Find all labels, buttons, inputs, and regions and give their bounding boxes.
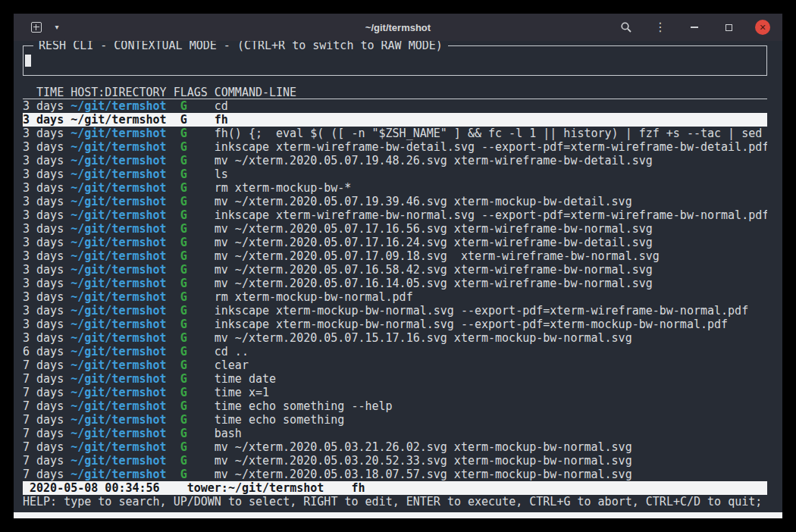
row-flags: G	[180, 181, 187, 195]
restore-icon	[725, 24, 732, 31]
row-command: mv ~/xterm.2020.05.07.17.16.56.svg xterm…	[215, 222, 767, 236]
search-button[interactable]	[619, 20, 634, 35]
status-datetime: 2020-05-08 00:34:56	[30, 481, 160, 495]
status-host-directory: tower:~/git/termshot	[187, 481, 324, 495]
row-host-directory: ~/git/termshot	[71, 222, 166, 236]
history-row[interactable]: 3 days ~/git/termshot G mv ~/xterm.2020.…	[23, 331, 767, 345]
header-flags: FLAGS	[174, 86, 208, 99]
row-host-directory: ~/git/termshot	[71, 154, 166, 167]
row-flags: G	[180, 454, 187, 468]
row-command: mv ~/xterm.2020.05.07.15.17.16.svg xterm…	[215, 331, 767, 345]
history-row[interactable]: 6 days ~/git/termshot G cd ..	[23, 345, 767, 358]
row-command: clear	[215, 358, 767, 372]
history-row[interactable]: 7 days ~/git/termshot G mv ~/xterm.2020.…	[23, 440, 767, 454]
row-time: 7 days	[23, 440, 64, 454]
row-time: 3 days	[23, 195, 64, 208]
row-flags: G	[180, 154, 187, 167]
history-row[interactable]: 3 days ~/git/termshot G rm xterm-mockup-…	[23, 181, 767, 195]
history-row[interactable]: 3 days ~/git/termshot G mv ~/xterm.2020.…	[23, 222, 767, 236]
row-host-directory: ~/git/termshot	[71, 413, 166, 427]
history-row[interactable]: 3 days ~/git/termshot G inkscape xterm-m…	[23, 304, 767, 318]
history-row[interactable]: 7 days ~/git/termshot G time echo someth…	[23, 399, 767, 413]
history-row[interactable]: 3 days ~/git/termshot G cd	[23, 99, 767, 113]
row-flags: G	[180, 277, 187, 290]
header-time: TIME	[23, 86, 64, 99]
row-command: mv ~/xterm.2020.05.07.16.58.42.svg xterm…	[215, 263, 767, 277]
history-row[interactable]: 3 days ~/git/termshot G fh	[23, 113, 767, 127]
row-time: 7 days	[23, 399, 64, 413]
row-flags: G	[180, 167, 187, 181]
row-time: 3 days	[23, 222, 64, 236]
history-row[interactable]: 3 days ~/git/termshot G fh() {; eval $( …	[23, 127, 767, 140]
history-row[interactable]: 3 days ~/git/termshot G mv ~/xterm.2020.…	[23, 195, 767, 208]
terminal-window: ▾ ~/git/termshot ⋮ ✕	[14, 14, 782, 518]
titlebar: ▾ ~/git/termshot ⋮ ✕	[14, 14, 782, 41]
row-command: mv ~/xterm.2020.05.07.19.48.26.svg xterm…	[215, 154, 767, 167]
history-row[interactable]: 7 days ~/git/termshot G mv ~/xterm.2020.…	[23, 454, 767, 468]
row-time: 7 days	[23, 386, 64, 399]
terminal-screen[interactable]: RESH CLI - CONTEXTUAL MODE - (CTRL+R to …	[14, 41, 782, 518]
new-tab-button[interactable]	[29, 20, 44, 35]
row-flags: G	[180, 99, 187, 113]
history-row[interactable]: 7 days ~/git/termshot G time echo someth…	[23, 413, 767, 427]
row-time: 3 days	[23, 113, 64, 127]
row-flags: G	[180, 345, 187, 358]
row-host-directory: ~/git/termshot	[71, 140, 166, 154]
resh-mode-title: RESH CLI - CONTEXTUAL MODE - (CTRL+R to …	[33, 41, 448, 52]
history-row[interactable]: 7 days ~/git/termshot G bash	[23, 427, 767, 440]
row-command: bash	[215, 427, 767, 440]
row-time: 7 days	[23, 454, 64, 468]
row-command: mv ~/xterm.2020.05.03.18.07.57.svg xterm…	[215, 468, 767, 481]
row-host-directory: ~/git/termshot	[71, 304, 166, 318]
row-flags: G	[180, 113, 187, 127]
row-host-directory: ~/git/termshot	[71, 318, 166, 331]
row-command: cd ..	[215, 345, 767, 358]
row-host-directory: ~/git/termshot	[71, 195, 166, 208]
row-flags: G	[180, 290, 187, 304]
history-row[interactable]: 7 days ~/git/termshot G time date	[23, 372, 767, 386]
history-row[interactable]: 7 days ~/git/termshot G clear	[23, 358, 767, 372]
row-time: 3 days	[23, 331, 64, 345]
history-row[interactable]: 3 days ~/git/termshot G ls	[23, 167, 767, 181]
status-command: fh	[351, 481, 365, 495]
row-command: cd	[215, 99, 767, 113]
row-host-directory: ~/git/termshot	[71, 236, 166, 249]
row-time: 3 days	[23, 208, 64, 222]
row-command: time date	[215, 372, 767, 386]
row-command: inkscape xterm-wireframe-bw-detail.svg -…	[215, 140, 767, 154]
history-row[interactable]: 3 days ~/git/termshot G mv ~/xterm.2020.…	[23, 249, 767, 263]
close-button[interactable]: ✕	[755, 20, 770, 35]
restore-button[interactable]	[721, 20, 736, 35]
history-row[interactable]: 3 days ~/git/termshot G mv ~/xterm.2020.…	[23, 154, 767, 167]
history-row[interactable]: 7 days ~/git/termshot G mv ~/xterm.2020.…	[23, 468, 767, 481]
row-command: inkscape xterm-mockup-bw-normal.svg --ex…	[215, 318, 767, 331]
history-row[interactable]: 3 days ~/git/termshot G inkscape xterm-m…	[23, 318, 767, 331]
row-time: 3 days	[23, 99, 64, 113]
history-row[interactable]: 3 days ~/git/termshot G mv ~/xterm.2020.…	[23, 263, 767, 277]
tab-dropdown-button[interactable]: ▾	[49, 20, 64, 35]
history-row[interactable]: 3 days ~/git/termshot G rm xterm-mockup-…	[23, 290, 767, 304]
row-time: 3 days	[23, 290, 64, 304]
row-time: 7 days	[23, 427, 64, 440]
history-rows: 3 days ~/git/termshot G cd 3 days ~/git/…	[23, 99, 767, 481]
row-command: mv ~/xterm.2020.05.07.16.14.05.svg xterm…	[215, 277, 767, 290]
row-time: 3 days	[23, 154, 64, 167]
chevron-down-icon: ▾	[55, 23, 58, 31]
history-row[interactable]: 3 days ~/git/termshot G inkscape xterm-w…	[23, 208, 767, 222]
row-host-directory: ~/git/termshot	[71, 345, 166, 358]
row-flags: G	[180, 468, 187, 481]
minimize-button[interactable]	[687, 20, 702, 35]
row-time: 3 days	[23, 236, 64, 249]
row-host-directory: ~/git/termshot	[71, 372, 166, 386]
history-row[interactable]: 3 days ~/git/termshot G mv ~/xterm.2020.…	[23, 236, 767, 249]
row-time: 3 days	[23, 304, 64, 318]
row-time: 3 days	[23, 127, 64, 140]
menu-button[interactable]: ⋮	[653, 20, 668, 35]
row-time: 3 days	[23, 181, 64, 195]
row-command: fh() {; eval $( ([ -n "$ZSH_NAME" ] && f…	[215, 127, 767, 140]
history-row[interactable]: 7 days ~/git/termshot G time x=1	[23, 386, 767, 399]
row-flags: G	[180, 249, 187, 263]
row-command: rm xterm-mockup-bw-normal.pdf	[215, 290, 767, 304]
history-row[interactable]: 3 days ~/git/termshot G mv ~/xterm.2020.…	[23, 277, 767, 290]
history-row[interactable]: 3 days ~/git/termshot G inkscape xterm-w…	[23, 140, 767, 154]
